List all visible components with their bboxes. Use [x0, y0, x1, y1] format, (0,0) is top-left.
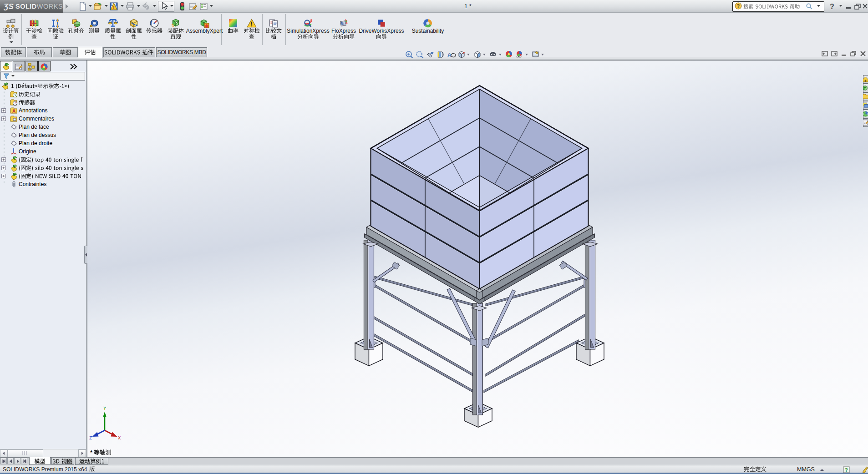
svg-text:?: ? [737, 3, 740, 9]
svg-text:SOLIDWORKS: SOLIDWORKS [15, 3, 63, 10]
svg-text:Y: Y [103, 406, 107, 411]
svg-text:!: ! [113, 5, 115, 10]
svg-text:A: A [12, 109, 15, 114]
svg-text:*: * [90, 449, 93, 456]
svg-text:?: ? [830, 3, 834, 10]
svg-text:?: ? [845, 467, 848, 473]
svg-text:X: X [118, 435, 121, 441]
svg-text:Z: Z [89, 435, 92, 441]
svg-text:ƷS: ƷS [4, 2, 14, 11]
